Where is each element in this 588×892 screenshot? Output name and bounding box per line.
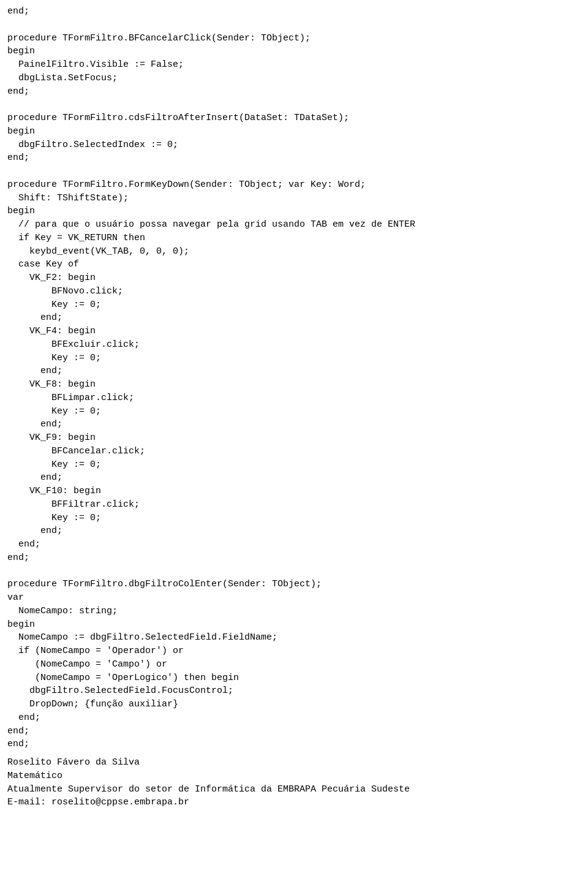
author-section: Roselito Fávero da Silva Matemático Atua… — [7, 756, 581, 809]
code-content: end; procedure TFormFiltro.BFCancelarCli… — [7, 5, 581, 751]
